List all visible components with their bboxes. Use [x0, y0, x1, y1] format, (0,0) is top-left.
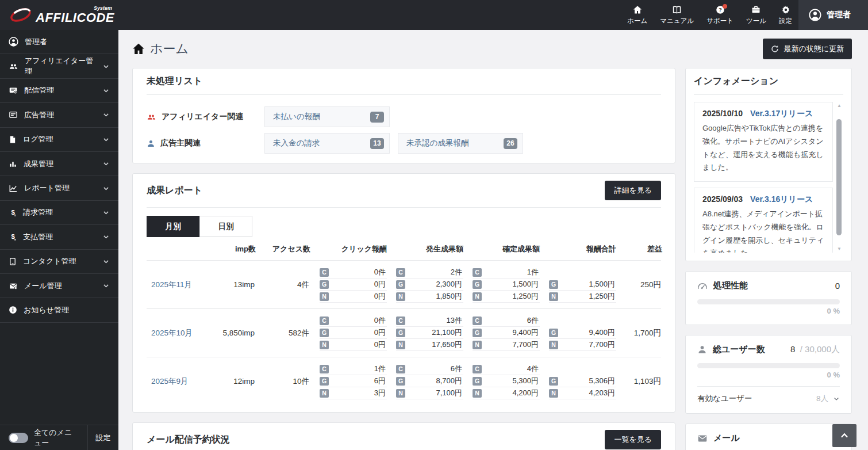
sidebar-item-2[interactable]: 配信管理 [0, 79, 118, 103]
report-metric-cell: C13件G21,100円N17,650円 [387, 315, 463, 351]
svg-text:?: ? [719, 6, 722, 13]
count-badge: 7 [370, 112, 384, 123]
scroll-down-arrow[interactable]: ▼ [836, 246, 842, 251]
tag-net: N [549, 389, 558, 398]
active-users-label: 有効なユーザー [697, 394, 752, 404]
topnav-item-label: ホーム [627, 17, 647, 25]
brand-logo[interactable]: System AFFILICODE [0, 0, 124, 30]
scroll-up-arrow[interactable]: ▲ [836, 103, 842, 108]
pending-row-1: 広告主関連未入金の請求13未承認の成果報酬26 [147, 133, 661, 154]
sidebar-item-6[interactable]: レポート管理 [0, 176, 118, 200]
report-date-link[interactable]: 2025年10月 [147, 329, 193, 337]
sidebar-item-label: 管理者 [25, 37, 47, 47]
refresh-button[interactable]: 最新の状態に更新 [763, 39, 852, 59]
active-users-dropdown[interactable]: 8人 [816, 394, 840, 404]
sidebar-item-3[interactable]: 広告管理 [0, 103, 118, 127]
all-menu-toggle[interactable]: 全てのメニュー [0, 425, 87, 450]
broadcast-icon [9, 86, 18, 95]
information-header: インフォメーション [694, 68, 843, 95]
topnav-user-menu[interactable]: 管理者 [798, 0, 868, 30]
mail-schedule-title: メール配信予約状況 [147, 434, 230, 446]
pending-row-0: アフィリエイター関連未払いの報酬7 [147, 106, 661, 127]
pending-list-body: アフィリエイター関連未払いの報酬7広告主関連未入金の請求13未承認の成果報酬26 [133, 95, 675, 163]
report-row-0: 2025年11月13imp4件C0件G0円N0円C2件G2,300円N1,850… [147, 260, 661, 308]
report-row-1: 2025年10月5,850imp582件C0件G0円N0円C13件G21,100… [147, 308, 661, 357]
tab-monthly[interactable]: 月別 [147, 216, 199, 237]
access-cell: 4件 [256, 280, 310, 290]
performance-percent: 0 % [697, 307, 840, 315]
sidebar-item-1[interactable]: アフィリエイター管理 [0, 54, 118, 78]
imp-cell: 12imp [204, 377, 256, 386]
report-table-header: imp数アクセス数クリック報酬発生成果額確定成果額報酬合計差益 [147, 237, 661, 260]
pending-item-link[interactable]: 未入金の請求13 [264, 133, 390, 154]
sidebar-item-9[interactable]: コンタクト管理 [0, 250, 118, 274]
performance-card: 処理性能 0 0 % [685, 271, 852, 325]
chevron-down-icon [102, 282, 110, 289]
sidebar-item-label: アフィリエイター管理 [25, 56, 96, 77]
tag-gross: G [473, 329, 482, 337]
tag-click: C [396, 365, 405, 373]
imp-cell: 13imp [204, 280, 256, 289]
all-menu-label: 全てのメニュー [34, 428, 79, 448]
page-header: ホーム 最新の状態に更新 [118, 30, 868, 67]
topnav-item-1[interactable]: マニュアル [654, 0, 700, 30]
count-badge: 13 [370, 138, 384, 149]
sidebar-item-11[interactable]: お知らせ管理 [0, 298, 118, 322]
sidebar-settings-button[interactable]: 設定 [87, 425, 118, 450]
toggle-switch[interactable] [9, 433, 28, 443]
pending-list-title: 未処理リスト [147, 75, 202, 87]
people-icon [9, 62, 18, 71]
report-date-link[interactable]: 2025年11月 [147, 280, 192, 289]
report-detail-button[interactable]: 詳細を見る [605, 181, 661, 200]
topnav-item-4[interactable]: 設定 [773, 0, 798, 30]
tab-daily[interactable]: 日別 [199, 216, 252, 237]
topnav-item-3[interactable]: ツール [740, 0, 773, 30]
sidebar-item-0[interactable]: 管理者 [0, 30, 118, 54]
tag-gross: G [549, 377, 558, 386]
info-version-link[interactable]: Ver.3.16リリース [750, 195, 813, 205]
scroll-to-top-button[interactable] [832, 424, 857, 447]
tag-net: N [396, 389, 405, 398]
tag-net: N [320, 389, 329, 398]
tag-gross: G [473, 377, 482, 386]
tag-gross: G [549, 280, 558, 289]
pending-list-card: 未処理リスト アフィリエイター関連未払いの報酬7広告主関連未入金の請求13未承認… [132, 68, 675, 163]
report-header: 成果レポート 詳細を見る [147, 174, 661, 208]
topnav-item-label: ツール [746, 17, 766, 25]
bar-chart-icon [9, 159, 17, 168]
sidebar-item-label: コンタクト管理 [23, 256, 76, 266]
report-date-link[interactable]: 2025年9月 [147, 377, 189, 386]
info-scrollbar[interactable]: ▲▼ [836, 102, 842, 253]
topnav-item-0[interactable]: ホーム [621, 0, 654, 30]
tag-gross: G [396, 377, 405, 386]
access-cell: 582件 [256, 328, 310, 338]
tag-click: C [473, 268, 482, 277]
sidebar-item-7[interactable]: $請求管理 [0, 201, 118, 225]
sidebar-item-4[interactable]: ログ管理 [0, 128, 118, 152]
brand-swoosh-icon [8, 5, 33, 25]
mail-icon [697, 433, 708, 444]
mail-schedule-list-button[interactable]: 一覧を見る [605, 430, 661, 449]
tag-gross: G [320, 329, 329, 337]
info-version-link[interactable]: Ver.3.17リリース [750, 109, 813, 119]
people-icon [147, 113, 156, 121]
sidebar-item-10[interactable]: メール管理 [0, 274, 118, 298]
pending-item-link[interactable]: 未払いの報酬7 [264, 106, 390, 127]
user-icon [809, 9, 821, 21]
support-icon: ? [716, 5, 725, 14]
chevron-down-icon [833, 395, 840, 402]
total-users-progress-bar [697, 363, 840, 368]
scrollbar-thumb[interactable] [836, 119, 842, 235]
pending-item-link[interactable]: 未承認の成果報酬26 [398, 133, 523, 154]
performance-title: 処理性能 [713, 280, 748, 291]
mail-schedule-header: メール配信予約状況 一覧を見る [147, 423, 661, 450]
information-title: インフォメーション [694, 75, 778, 87]
sidebar-item-8[interactable]: $支払管理 [0, 225, 118, 249]
topnav-item-label: 設定 [779, 17, 792, 25]
contact-icon [9, 257, 17, 266]
topnav-item-2[interactable]: ?サポート [700, 0, 740, 30]
performance-value: 0 [835, 281, 840, 291]
billing-icon: $ [9, 208, 17, 217]
sidebar-item-5[interactable]: 成果管理 [0, 152, 118, 176]
count-badge: 26 [504, 138, 517, 149]
